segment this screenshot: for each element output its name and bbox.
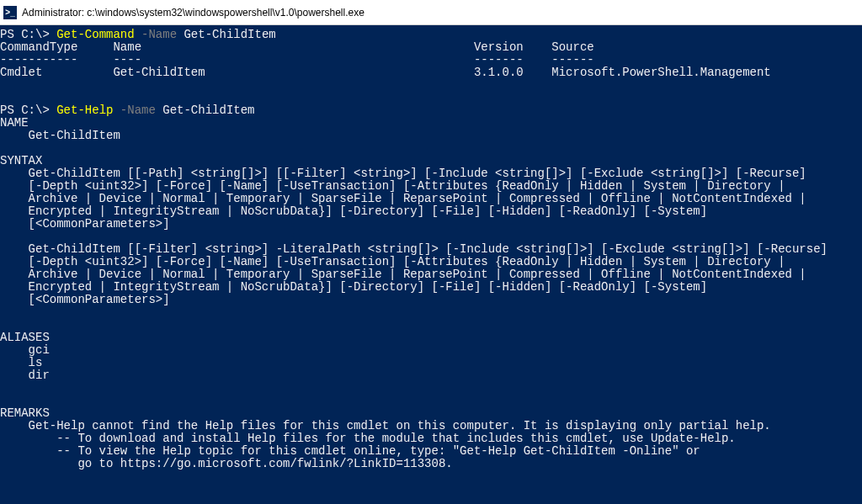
terminal-line: Cmdlet Get-ChildItem 3.1.0.0 Microsoft.P… bbox=[0, 66, 862, 79]
terminal-line: Get-ChildItem bbox=[0, 130, 862, 142]
terminal-line bbox=[0, 142, 862, 155]
parameter: -Name bbox=[141, 28, 177, 41]
argument: Get-ChildItem bbox=[162, 103, 254, 117]
terminal-area[interactable]: PS C:\> Get-Command -Name Get-ChildItemC… bbox=[0, 25, 862, 504]
prompt: PS C:\> bbox=[0, 28, 56, 41]
terminal-line: Encrypted | IntegrityStream | NoScrubDat… bbox=[0, 205, 862, 218]
terminal-line: Encrypted | IntegrityStream | NoScrubDat… bbox=[0, 281, 862, 294]
terminal-line: dir bbox=[0, 369, 862, 382]
powershell-icon: >_ bbox=[3, 6, 17, 19]
terminal-line: [-Depth <uint32>] [-Force] [-Name] [-Use… bbox=[0, 180, 862, 193]
terminal-line: Get-Help cannot find the Help files for … bbox=[0, 420, 862, 432]
terminal-line: ALIASES bbox=[0, 332, 862, 344]
terminal-line: Archive | Device | Normal | Temporary | … bbox=[0, 268, 862, 281]
cmdlet-name: Get-Help bbox=[56, 103, 113, 117]
terminal-line: Archive | Device | Normal | Temporary | … bbox=[0, 193, 862, 205]
terminal-line bbox=[0, 382, 862, 395]
terminal-line: [-Depth <uint32>] [-Force] [-Name] [-Use… bbox=[0, 256, 862, 268]
terminal-line: Get-ChildItem [[-Filter] <string>] -Lite… bbox=[0, 243, 862, 256]
terminal-line: -- To view the Help topic for this cmdle… bbox=[0, 445, 862, 458]
terminal-line bbox=[0, 470, 862, 483]
terminal-line: go to https://go.microsoft.com/fwlink/?L… bbox=[0, 458, 862, 470]
cmdlet-name: Get-Command bbox=[56, 28, 134, 41]
terminal-line bbox=[0, 231, 862, 243]
terminal-line: NAME bbox=[0, 117, 862, 130]
terminal-line: CommandType Name Version Source bbox=[0, 41, 862, 54]
terminal-line: Get-ChildItem [[-Path] <string[]>] [[-Fi… bbox=[0, 167, 862, 180]
titlebar[interactable]: >_ Administrator: c:\windows\system32\wi… bbox=[0, 0, 862, 25]
terminal-line: gci bbox=[0, 344, 862, 357]
terminal-line: [<CommonParameters>] bbox=[0, 218, 862, 231]
terminal-line bbox=[0, 306, 862, 319]
terminal-line: PS C:\> Get-Help -Name Get-ChildItem bbox=[0, 104, 862, 117]
terminal-line: REMARKS bbox=[0, 407, 862, 420]
terminal-line: [<CommonParameters>] bbox=[0, 294, 862, 306]
terminal-line bbox=[0, 319, 862, 332]
parameter: -Name bbox=[120, 103, 156, 117]
powershell-window: >_ Administrator: c:\windows\system32\wi… bbox=[0, 0, 862, 504]
terminal-line: ls bbox=[0, 357, 862, 369]
terminal-line bbox=[0, 395, 862, 407]
terminal-line: SYNTAX bbox=[0, 155, 862, 167]
terminal-line bbox=[0, 79, 862, 92]
terminal-line bbox=[0, 92, 862, 104]
window-title: Administrator: c:\windows\system32\windo… bbox=[22, 7, 364, 19]
terminal-line: -- To download and install Help files fo… bbox=[0, 432, 862, 445]
prompt: PS C:\> bbox=[0, 103, 56, 117]
terminal-line bbox=[0, 496, 862, 504]
terminal-line bbox=[0, 483, 862, 496]
terminal-line: ----------- ---- ------- ------ bbox=[0, 54, 862, 66]
terminal-line: PS C:\> Get-Command -Name Get-ChildItem bbox=[0, 29, 862, 41]
argument: Get-ChildItem bbox=[184, 28, 275, 41]
